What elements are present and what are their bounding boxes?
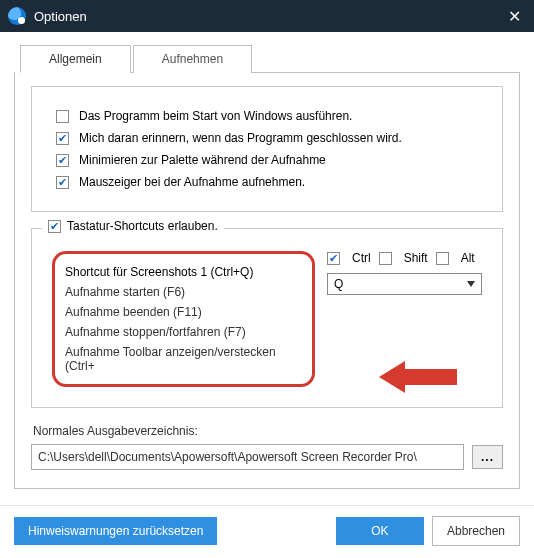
- label-remind-close: Mich daran erinnern, wenn das Programm g…: [79, 131, 402, 145]
- cancel-button[interactable]: Abbrechen: [432, 516, 520, 546]
- checkbox-shift[interactable]: [379, 252, 392, 265]
- checkbox-ctrl[interactable]: [327, 252, 340, 265]
- dialog-footer: Hinweiswarnungen zurücksetzen OK Abbrech…: [0, 505, 534, 558]
- label-minimize-palette: Minimieren zur Palette während der Aufna…: [79, 153, 326, 167]
- shortcut-item[interactable]: Aufnahme stoppen/fortfahren (F7): [65, 322, 302, 342]
- shortcut-editor: Ctrl Shift Alt Q: [327, 251, 482, 387]
- close-icon[interactable]: ✕: [502, 7, 526, 26]
- browse-button[interactable]: ...: [472, 445, 503, 469]
- checkbox-remind-close[interactable]: [56, 132, 69, 145]
- tab-strip: Allgemein Aufnehmen: [20, 44, 520, 73]
- tab-general[interactable]: Allgemein: [20, 45, 131, 73]
- checkbox-alt[interactable]: [436, 252, 449, 265]
- label-alt: Alt: [461, 251, 475, 265]
- label-run-on-start: Das Programm beim Start von Windows ausf…: [79, 109, 352, 123]
- shortcut-key-select[interactable]: Q: [327, 273, 482, 295]
- label-shift: Shift: [404, 251, 428, 265]
- general-options-group: Das Programm beim Start von Windows ausf…: [31, 86, 503, 212]
- reset-warnings-button[interactable]: Hinweiswarnungen zurücksetzen: [14, 517, 217, 545]
- label-enable-shortcuts: Tastatur-Shortcuts erlauben.: [67, 219, 218, 233]
- shortcut-item[interactable]: Aufnahme beenden (F11): [65, 302, 302, 322]
- shortcut-item[interactable]: Aufnahme starten (F6): [65, 282, 302, 302]
- shortcuts-group: Tastatur-Shortcuts erlauben. Shortcut fü…: [31, 228, 503, 408]
- checkbox-capture-cursor[interactable]: [56, 176, 69, 189]
- title-bar: Optionen ✕: [0, 0, 534, 32]
- label-capture-cursor: Mauszeiger bei der Aufnahme aufnehmen.: [79, 175, 305, 189]
- chevron-down-icon: [467, 281, 475, 287]
- shortcut-item[interactable]: Shortcut für Screenshots 1 (Ctrl+Q): [65, 262, 302, 282]
- shortcut-item[interactable]: Aufnahme Toolbar anzeigen/verstecken (Ct…: [65, 342, 302, 376]
- checkbox-minimize-palette[interactable]: [56, 154, 69, 167]
- shortcut-list[interactable]: Shortcut für Screenshots 1 (Ctrl+Q) Aufn…: [52, 251, 315, 387]
- output-dir-label: Normales Ausgabeverzeichnis:: [33, 424, 503, 438]
- ok-button[interactable]: OK: [336, 517, 424, 545]
- label-ctrl: Ctrl: [352, 251, 371, 265]
- window-title: Optionen: [34, 9, 502, 24]
- tab-recording[interactable]: Aufnehmen: [133, 45, 252, 73]
- checkbox-enable-shortcuts[interactable]: [48, 220, 61, 233]
- tab-panel-general: Das Programm beim Start von Windows ausf…: [14, 72, 520, 489]
- app-icon: [8, 7, 26, 25]
- shortcut-key-value: Q: [334, 277, 343, 291]
- output-dir-field[interactable]: C:\Users\dell\Documents\Apowersoft\Apowe…: [31, 444, 464, 470]
- checkbox-run-on-start[interactable]: [56, 110, 69, 123]
